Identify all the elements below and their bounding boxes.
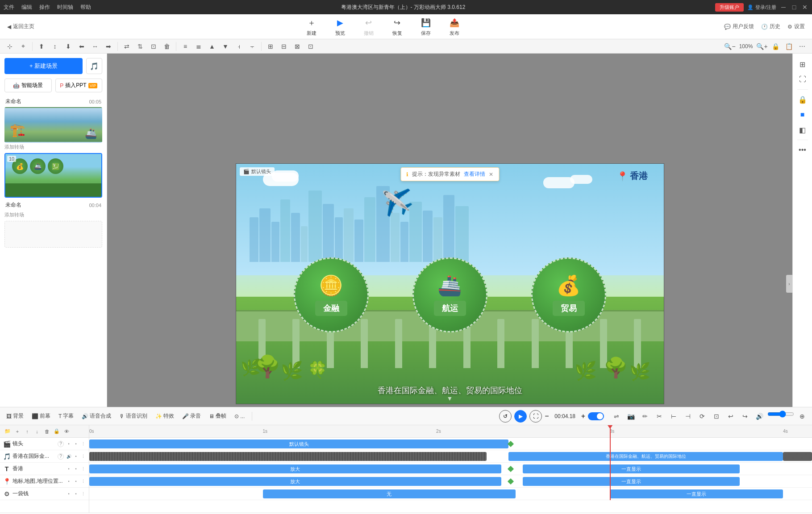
undo-btn-2[interactable]: ↩	[725, 410, 737, 423]
ai-scene-button[interactable]: 🤖 智能场景	[4, 79, 52, 92]
audio-wave-left[interactable]	[89, 452, 487, 461]
tl-up-btn[interactable]: ↑	[23, 427, 31, 435]
full-screen-button[interactable]: ⛶	[795, 72, 810, 87]
fit-screen-button[interactable]: ⊞	[795, 57, 810, 71]
tl-moneybag-kebab[interactable]: ⋮	[80, 491, 86, 497]
speed-btn[interactable]: ⟳	[696, 410, 708, 423]
side-collapse-button[interactable]: ›	[786, 275, 792, 293]
anchor-tool[interactable]: ⌖	[17, 40, 29, 53]
align-left[interactable]: ⬅	[75, 40, 88, 53]
arrange-1[interactable]: ⊞	[264, 40, 277, 53]
tl-add-btn[interactable]: +	[13, 427, 21, 435]
history-button[interactable]: 🕐 历史	[761, 23, 780, 30]
volume-btn[interactable]: 🔊	[753, 410, 766, 423]
scene-09-thumb[interactable]: 09 广·免 🏗️ 🚢	[4, 107, 102, 143]
redo-btn-2[interactable]: ↪	[739, 410, 751, 423]
landmark-diamond[interactable]	[508, 478, 514, 485]
align-vcenter[interactable]: ↕	[49, 40, 61, 53]
layer-up[interactable]: ▲	[206, 40, 218, 53]
align-bottom[interactable]: ⬇	[62, 40, 75, 53]
zoom-minus[interactable]: −	[545, 412, 549, 420]
menu-operation[interactable]: 操作	[39, 4, 50, 11]
snap-toggle[interactable]	[588, 412, 604, 420]
menu-file[interactable]: 文件	[4, 4, 14, 11]
speech-rec-button[interactable]: 🎙 语音识别	[117, 411, 150, 421]
tl-landmark-kebab[interactable]: ⋮	[80, 478, 86, 485]
redo-button[interactable]: ↪ 恢复	[388, 17, 406, 37]
tl-landmark-dot-2[interactable]: •	[73, 478, 79, 485]
tl-landmark-dot-1[interactable]: •	[66, 478, 72, 485]
moneybag-block-show[interactable]: 一直显示	[610, 489, 783, 498]
text-block-show[interactable]: 一直显示	[523, 464, 740, 473]
text-block-zoom[interactable]: 放大	[89, 464, 501, 473]
tl-lens-kebab[interactable]: ⋮	[80, 441, 86, 447]
minimize-button[interactable]: ─	[780, 4, 787, 11]
scene-09-add-transition[interactable]: 添加转场	[4, 143, 102, 151]
lens-diamond-marker[interactable]	[508, 441, 514, 447]
effects-button[interactable]: ✨ 特效	[153, 411, 177, 421]
tl-text-kebab[interactable]: ⋮	[80, 466, 86, 472]
copy-tool[interactable]: ⊡	[147, 40, 160, 53]
tl-lock-btn[interactable]: 🔒	[53, 427, 61, 435]
expand-timeline[interactable]: ⊕	[796, 410, 808, 423]
new-scene-button[interactable]: + 新建场景	[4, 58, 83, 74]
scene-10-thumb[interactable]: 10 💰 🚢 💹	[4, 153, 102, 198]
tl-folder-btn[interactable]: 📁	[4, 427, 12, 435]
maximize-button[interactable]: □	[791, 4, 798, 11]
rewind-button[interactable]: ↺	[499, 410, 512, 423]
align-top[interactable]: ⬆	[35, 40, 48, 53]
tl-audio-speaker[interactable]: 🔊	[66, 453, 72, 460]
new-button[interactable]: ＋ 新建	[303, 17, 321, 37]
tl-audio-dot[interactable]: •	[73, 453, 79, 460]
more-options[interactable]: ⋯	[796, 40, 808, 53]
login-button[interactable]: 👤 登录/注册	[747, 4, 776, 11]
distribute-v[interactable]: ⫟	[246, 40, 258, 53]
delete-tool[interactable]: 🗑	[161, 40, 173, 53]
scene-10-add-transition[interactable]: 添加转场	[4, 211, 102, 219]
cut-icon-btn[interactable]: ✂	[653, 410, 666, 423]
audio-wave-right[interactable]	[783, 452, 812, 461]
cursor-tool[interactable]: ⊹	[4, 40, 16, 53]
tl-text-dot-1[interactable]: •	[66, 466, 72, 472]
text-diamond[interactable]	[508, 466, 514, 472]
close-button[interactable]: ✕	[801, 4, 808, 11]
copy-style[interactable]: 📋	[783, 40, 795, 53]
distribute-h[interactable]: ⫞	[233, 40, 245, 53]
tl-moneybag-dot-1[interactable]: •	[66, 491, 72, 497]
text-align-center[interactable]: ≣	[192, 40, 205, 53]
arrange-4[interactable]: ⊡	[304, 40, 317, 53]
text-align-left[interactable]: ≡	[179, 40, 192, 53]
tl-text-dot-2[interactable]: •	[73, 466, 79, 472]
save-button[interactable]: 💾 保存	[417, 17, 435, 37]
tts-button[interactable]: 🔊 语音合成	[79, 411, 114, 421]
preview-button[interactable]: ▶ 预览	[331, 17, 349, 37]
color-button[interactable]: ■	[795, 108, 810, 122]
feedback-button[interactable]: 💬 用户反馈	[724, 23, 754, 30]
more-bottom-button[interactable]: ⊙ ...	[232, 412, 247, 421]
lock-tool[interactable]: 🔒	[769, 40, 782, 53]
tl-eye-btn[interactable]: 👁	[62, 427, 71, 435]
undo-button[interactable]: ↩ 撤销	[360, 17, 378, 37]
zoom-plus[interactable]: +	[581, 412, 585, 420]
menu-help[interactable]: 帮助	[80, 4, 91, 11]
trim-btn[interactable]: ⊢	[667, 410, 680, 423]
fullscreen-play-button[interactable]: ⛶	[529, 410, 542, 423]
upgrade-button[interactable]: 升级账户	[715, 3, 744, 12]
subtitle-button[interactable]: T 字幕	[56, 411, 76, 421]
flip-v[interactable]: ⇅	[134, 40, 146, 53]
tl-moneybag-dot-2[interactable]: •	[73, 491, 79, 497]
menu-edit[interactable]: 编辑	[21, 4, 32, 11]
align-right[interactable]: ➡	[102, 40, 115, 53]
edit-icon-btn[interactable]: ✏	[639, 410, 651, 423]
audio-text-block[interactable]: 香港在国际金融、航运、贸易的国际地位	[508, 452, 783, 461]
lens-block-main[interactable]: 默认镜头	[89, 439, 508, 448]
insert-ppt-button[interactable]: P 插入PPT VIP	[55, 79, 103, 92]
tl-lens-dot-1[interactable]: •	[66, 441, 72, 447]
loop-button[interactable]: ⇌	[610, 410, 623, 423]
prev-frame-button[interactable]: ⬛ 前幕	[29, 411, 53, 421]
back-home-button[interactable]: ◀ 返回主页	[7, 23, 34, 30]
lock-button[interactable]: 🔒	[795, 92, 810, 107]
split-btn[interactable]: ⊣	[682, 410, 694, 423]
camera-icon-btn[interactable]: 📷	[625, 410, 637, 423]
remove-bg-button[interactable]: 🖥 叠帧	[206, 411, 229, 421]
